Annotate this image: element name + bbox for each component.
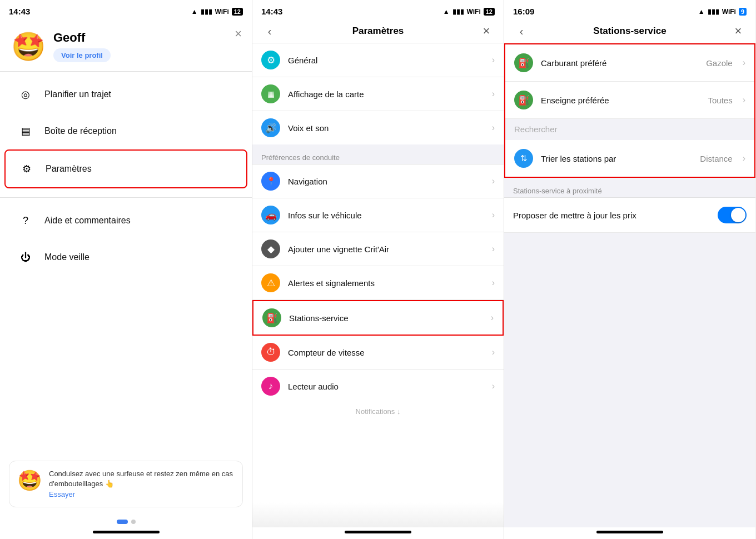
search-section[interactable]: Rechercher (505, 119, 754, 140)
home-indicator-1 (93, 531, 160, 533)
home-indicator-2 (345, 531, 411, 533)
carburant-value: Gazole (706, 58, 733, 68)
vehicle-label: Infos sur le véhicule (288, 211, 484, 220)
signal-icon-3: ▮▮▮ (708, 8, 719, 16)
menu-item-plan[interactable]: ◎ Planifier un trajet (4, 76, 247, 113)
settings-header: ‹ Paramètres × (252, 19, 504, 43)
settings-general[interactable]: ⚙ Général › (252, 43, 504, 77)
general-icon: ⚙ (261, 51, 280, 69)
critair-label: Ajouter une vignette Crit'Air (288, 244, 484, 254)
location-icon-2: ▲ (443, 8, 450, 16)
close-button-1[interactable]: × (235, 27, 242, 41)
enseigne-icon: ⛽ (514, 91, 533, 109)
critair-chevron: › (492, 244, 495, 254)
menu-item-help[interactable]: ? Aide et commentaires (4, 202, 247, 239)
search-placeholder: Rechercher (514, 124, 558, 134)
home-indicator-3 (596, 531, 663, 533)
stations-chevron: › (491, 313, 494, 323)
signal-icon-1: ▮▮▮ (201, 8, 212, 16)
wifi-icon-1: WiFi (215, 8, 229, 16)
update-prices-label: Proposer de mettre à jour les prix (513, 211, 710, 220)
settings-audio[interactable]: ♪ Lecteur audio › (252, 370, 504, 403)
navigation-chevron: › (492, 176, 495, 186)
enseigne-prefere-item[interactable]: ⛽ Enseigne préférée Toutes › (505, 82, 754, 119)
voice-icon: 🔊 (261, 118, 280, 137)
settings-map[interactable]: ▦ Affichage de la carte › (252, 77, 504, 111)
settings-vehicle[interactable]: 🚗 Infos sur le véhicule › (252, 198, 504, 232)
status-bar-2: 14:43 ▲ ▮▮▮ WiFi 12 (252, 0, 504, 19)
trier-stations-item[interactable]: ⇅ Trier les stations par Distance › (505, 140, 754, 177)
panel-profile: 14:43 ▲ ▮▮▮ WiFi 12 × 🤩 Geoff Voir le pr… (0, 0, 252, 539)
update-prices-toggle[interactable] (718, 207, 747, 223)
settings-critair[interactable]: ◆ Ajouter une vignette Crit'Air › (252, 232, 504, 266)
carburant-label: Carburant préféré (541, 58, 698, 68)
alerts-chevron: › (492, 278, 495, 288)
battery-3: 9 (739, 8, 747, 16)
settings-voice[interactable]: 🔊 Voix et son › (252, 111, 504, 144)
status-bar-3: 16:09 ▲ ▮▮▮ WiFi 9 (504, 0, 755, 19)
map-icon: ▦ (261, 84, 280, 103)
panel-settings: 14:43 ▲ ▮▮▮ WiFi 12 ‹ Paramètres × ⚙ Gén… (252, 0, 504, 539)
back-button-settings[interactable]: ‹ (261, 25, 278, 38)
close-button-settings[interactable]: × (478, 24, 495, 38)
dot-active (117, 520, 128, 524)
settings-speedometer[interactable]: ⏱ Compteur de vitesse › (252, 336, 504, 370)
settings-group-1: ⚙ Général › ▦ Affichage de la carte › 🔊 … (252, 43, 504, 144)
location-icon-3: ▲ (698, 8, 705, 16)
settings-alerts[interactable]: ⚠ Alertes et signalements › (252, 266, 504, 300)
status-icons-2: ▲ ▮▮▮ WiFi 12 (443, 8, 495, 16)
promo-text: Conduisez avec une surfeuse et restez ze… (49, 469, 235, 489)
carburant-prefere-item[interactable]: ⛽ Carburant préféré Gazole › (505, 44, 754, 82)
settings-stations[interactable]: ⛽ Stations-service › (252, 300, 504, 336)
back-button-stations[interactable]: ‹ (513, 25, 530, 38)
critair-icon: ◆ (261, 239, 280, 258)
settings-icon: ⚙ (17, 159, 37, 179)
location-icon-1: ▲ (191, 8, 198, 16)
driving-prefs-label: Préférences de conduite (252, 149, 504, 164)
menu-item-sleep[interactable]: ⏻ Mode veille (4, 239, 247, 276)
menu-label-settings: Paramètres (46, 164, 92, 174)
close-button-stations[interactable]: × (730, 24, 747, 38)
map-chevron: › (492, 89, 495, 99)
general-chevron: › (492, 55, 495, 65)
trier-chevron: › (743, 153, 745, 163)
trier-value: Distance (700, 154, 732, 163)
audio-label: Lecteur audio (288, 382, 484, 391)
enseigne-value: Toutes (708, 96, 732, 105)
trier-label: Trier les stations par (541, 154, 692, 163)
view-profile-button[interactable]: Voir le profil (53, 48, 111, 62)
menu-item-inbox[interactable]: ▤ Boîte de réception (4, 113, 247, 149)
enseigne-label: Enseigne préférée (541, 96, 700, 105)
time-2: 14:43 (261, 7, 282, 16)
general-label: Général (288, 56, 484, 65)
main-menu: ◎ Planifier un trajet ▤ Boîte de récepti… (0, 72, 252, 454)
status-icons-1: ▲ ▮▮▮ WiFi 12 (191, 8, 243, 16)
more-indicator: Notifications ↓ (252, 403, 504, 420)
dot-inactive (131, 520, 136, 524)
menu-label-help: Aide et commentaires (44, 216, 131, 226)
speedometer-label: Compteur de vitesse (288, 348, 484, 357)
map-label: Affichage de la carte (288, 89, 484, 99)
panel-stations: 16:09 ▲ ▮▮▮ WiFi 9 ‹ Stations-service × … (504, 0, 755, 539)
stations-icon: ⛽ (262, 308, 281, 327)
audio-chevron: › (492, 381, 495, 391)
alerts-icon: ⚠ (261, 273, 280, 292)
promo-avatar: 🤩 (17, 469, 42, 492)
sleep-icon: ⏻ (16, 247, 36, 267)
audio-icon: ♪ (261, 377, 280, 396)
voice-label: Voix et son (288, 123, 484, 133)
battery-2: 12 (484, 8, 495, 16)
menu-item-settings[interactable]: ⚙ Paramètres (4, 149, 247, 188)
stations-header: ‹ Stations-service × (504, 19, 755, 43)
battery-1: 12 (232, 8, 243, 16)
menu-label-sleep: Mode veille (44, 252, 89, 262)
settings-navigation[interactable]: 📍 Navigation › (252, 164, 504, 198)
scroll-fade: Notifications ↓ (252, 403, 504, 527)
help-icon: ? (16, 211, 36, 231)
status-icons-3: ▲ ▮▮▮ WiFi 9 (698, 8, 747, 16)
alerts-label: Alertes et signalements (288, 278, 484, 288)
speedometer-chevron: › (492, 347, 495, 357)
profile-name: Geoff (53, 31, 111, 45)
profile-section: 🤩 Geoff Voir le profil (0, 19, 252, 71)
promo-link[interactable]: Essayer (49, 490, 75, 498)
